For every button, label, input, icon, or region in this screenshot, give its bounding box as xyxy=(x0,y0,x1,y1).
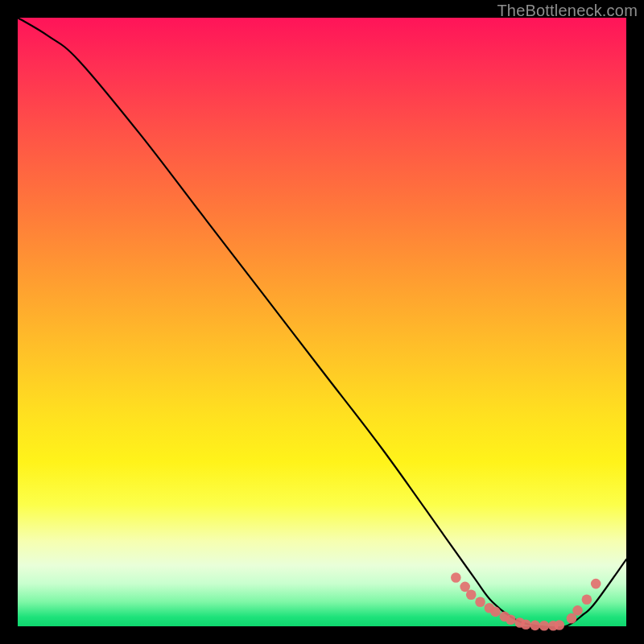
scatter-dot xyxy=(490,607,501,617)
scatter-dots xyxy=(451,572,601,630)
scatter-dot xyxy=(475,597,485,607)
scatter-dot xyxy=(582,594,592,605)
scatter-dot xyxy=(530,621,540,631)
main-curve xyxy=(18,18,626,628)
plot-area xyxy=(18,18,626,626)
scatter-dot xyxy=(591,579,601,589)
scatter-dot xyxy=(506,614,516,625)
scatter-dot xyxy=(572,605,583,616)
scatter-dot xyxy=(466,589,477,600)
chart-svg xyxy=(18,18,626,626)
chart-frame: TheBottleneck.com xyxy=(0,0,644,644)
scatter-dot xyxy=(521,619,531,630)
scatter-dot xyxy=(451,572,461,583)
scatter-dot xyxy=(555,620,565,630)
scatter-dot xyxy=(539,621,550,631)
